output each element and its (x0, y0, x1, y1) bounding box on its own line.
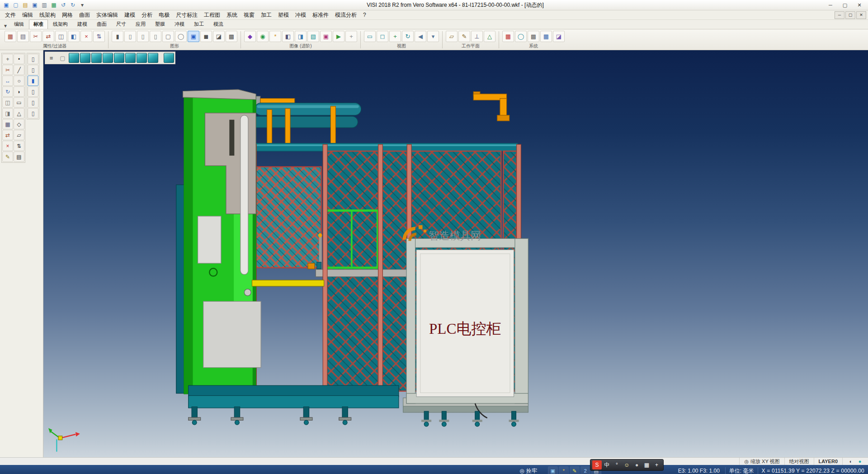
translate-icon[interactable]: ↔ (2, 76, 13, 86)
menu-wireframe[interactable]: 线架构 (36, 10, 59, 20)
menu-electrode[interactable]: 电极 (156, 10, 173, 20)
filter-all-icon[interactable]: ▯ (28, 108, 38, 118)
menu-file[interactable]: 文件 (2, 10, 19, 20)
save-file-icon[interactable]: ▣ (30, 1, 39, 9)
tab-die[interactable]: 冲模 (170, 19, 189, 29)
view-front-icon[interactable] (91, 53, 102, 63)
layer-indicator[interactable]: LAYER0 (814, 458, 842, 465)
ime-skin-icon[interactable]: + (652, 460, 661, 469)
layer-copy-icon[interactable]: ◫ (55, 31, 67, 42)
menu-help[interactable]: ? (360, 11, 369, 19)
view-top-icon[interactable] (80, 53, 90, 63)
filter-wireframe-icon[interactable]: ▯ (28, 54, 38, 64)
zoom-all-icon[interactable]: ▭ (364, 31, 376, 42)
filter-solid-icon[interactable]: ▮ (28, 76, 38, 86)
render-quality-icon[interactable]: ◆ (244, 31, 256, 42)
sphere-render-icon[interactable]: ◯ (175, 31, 187, 42)
texture-view-icon[interactable]: ▩ (226, 31, 237, 42)
ime-mic-icon[interactable]: ● (632, 460, 642, 469)
swap-entities-icon[interactable]: ⇄ (42, 31, 54, 42)
menu-mold[interactable]: 塑模 (275, 10, 292, 20)
hidden-line-icon[interactable]: ▯ (137, 31, 149, 42)
lighting-icon[interactable]: * (269, 31, 281, 42)
filter-point-icon[interactable]: ▯ (28, 97, 38, 108)
section-view-icon[interactable]: ◪ (213, 31, 225, 42)
array-icon[interactable]: ▦ (2, 119, 13, 129)
status-capture-icon[interactable]: ▣ (548, 466, 558, 474)
zoom-window-icon[interactable]: ◻ (377, 31, 388, 42)
circle-icon[interactable]: ○ (14, 76, 24, 86)
menu-analysis[interactable]: 分析 (138, 10, 156, 20)
modify-icon[interactable]: ✎ (2, 152, 13, 162)
view-axonometric-icon[interactable] (148, 53, 158, 63)
view-dynamic-icon[interactable] (164, 53, 174, 63)
quick-access-dropdown-icon[interactable]: ▾ (78, 1, 87, 9)
view-left-icon[interactable] (114, 53, 124, 63)
menu-die[interactable]: 冲模 (292, 10, 309, 20)
ghost-view-icon[interactable]: ▯ (150, 31, 161, 42)
menu-modeling[interactable]: 建模 (121, 10, 138, 20)
status-online-icon[interactable]: ● (856, 459, 863, 465)
new-file-icon[interactable]: ▢ (11, 1, 20, 9)
ime-cn-icon[interactable]: 中 (602, 460, 612, 469)
tabbar-dropdown-icon[interactable]: ▾ (2, 23, 9, 29)
preview-icon[interactable]: ▦ (49, 1, 58, 9)
rotate-entity-icon[interactable]: ↻ (2, 86, 13, 97)
ime-emoji-icon[interactable]: ☺ (622, 460, 632, 469)
ellipse-icon[interactable]: ◇ (14, 119, 24, 129)
line-icon[interactable]: ╱ (14, 65, 24, 75)
menu-standard-parts[interactable]: 标准件 (309, 10, 332, 20)
menu-machining[interactable]: 加工 (258, 10, 275, 20)
shaded-edges-icon[interactable]: ▣ (188, 31, 199, 42)
menu-edit[interactable]: 编辑 (19, 10, 36, 20)
tab-apply[interactable]: 应用 (131, 19, 150, 29)
redo-icon[interactable]: ↻ (68, 1, 77, 9)
erase-icon[interactable]: × (2, 141, 13, 151)
view-plane-icon[interactable]: ▢ (57, 53, 68, 63)
point-icon[interactable]: • (14, 54, 24, 64)
trim-icon[interactable]: ✂ (2, 65, 13, 75)
transparent-view-icon[interactable]: ▢ (162, 31, 174, 42)
mirror-icon[interactable]: ◫ (2, 97, 13, 108)
join-icon[interactable]: ⇄ (2, 130, 13, 140)
tab-machining[interactable]: 加工 (189, 19, 208, 29)
mdi-close-button[interactable]: ✕ (856, 11, 866, 19)
materials-database-icon[interactable]: ◪ (553, 31, 565, 42)
viewport-3d[interactable]: ≡▢ (43, 50, 868, 457)
rectangle-icon[interactable]: ▭ (14, 97, 24, 108)
color-palette-icon[interactable]: ▦ (502, 31, 514, 42)
transfer-icon[interactable]: ⇅ (93, 31, 105, 42)
status-render-icon[interactable]: * (559, 466, 569, 474)
shadows-icon[interactable]: ◧ (282, 31, 294, 42)
open-file-icon[interactable]: ▤ (21, 1, 30, 9)
tab-mold[interactable]: 塑膜 (151, 19, 170, 29)
view-iso-icon[interactable] (69, 53, 79, 63)
tab-flow[interactable]: 模流 (209, 19, 228, 29)
named-views-icon[interactable]: ▾ (427, 31, 439, 42)
menu-moldflow[interactable]: 模流分析 (332, 10, 360, 20)
arc-icon[interactable]: ◗ (14, 86, 24, 97)
menu-drawing[interactable]: 工程图 (201, 10, 223, 20)
background-image-icon[interactable]: ▧ (307, 31, 319, 42)
filter-curve-icon[interactable]: ▯ (28, 86, 38, 97)
menu-dimension[interactable]: 尺寸标注 (173, 10, 201, 20)
scale-entity-icon[interactable]: ◨ (2, 108, 13, 118)
print-style-icon[interactable]: ▤ (17, 31, 29, 42)
cut-entities-icon[interactable]: ✂ (30, 31, 42, 42)
mdi-restore-button[interactable]: ▢ (845, 11, 855, 19)
tab-standard[interactable]: 标准 (29, 19, 48, 29)
wireframe-icon[interactable]: ▯ (124, 31, 136, 42)
attribute-filter-icon[interactable]: ▦ (5, 31, 16, 42)
view-bottom-icon[interactable] (137, 53, 147, 63)
snapshot-icon[interactable]: ▣ (320, 31, 332, 42)
shaded-view-icon[interactable]: ▮ (112, 31, 123, 42)
absolute-view-segment[interactable]: 绝对视图 (784, 458, 814, 465)
image-settings-icon[interactable]: + (345, 31, 357, 42)
status-edit-icon[interactable]: ✎ (570, 466, 580, 474)
zoom-mode-segment[interactable]: ◎ 缩放 XY 视图 (739, 458, 784, 465)
maximize-button[interactable]: ▢ (838, 1, 852, 9)
ime-keyboard-icon[interactable]: ▦ (642, 460, 651, 469)
animation-icon[interactable]: ▶ (333, 31, 344, 42)
material-icon[interactable]: ◉ (257, 31, 269, 42)
app-logo-icon[interactable]: ▣ (2, 1, 11, 9)
